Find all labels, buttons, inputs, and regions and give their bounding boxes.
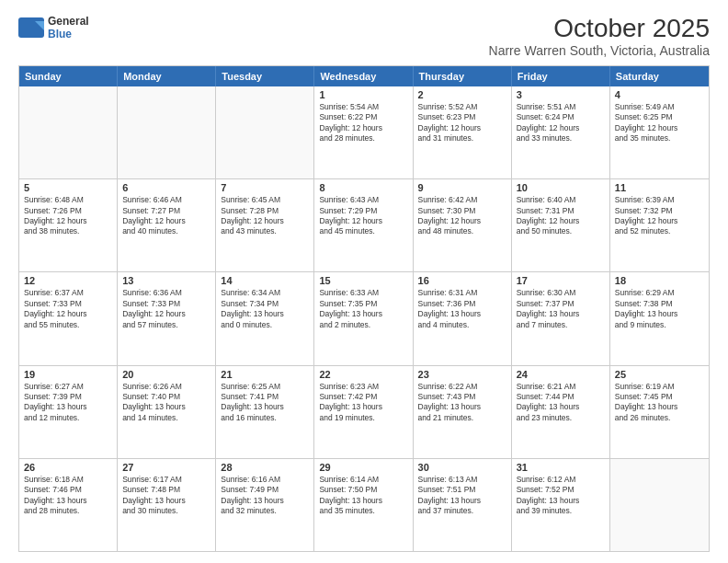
day-number: 18 — [615, 275, 704, 286]
day-number: 31 — [517, 462, 605, 473]
calendar-cell: 5Sunrise: 6:48 AM Sunset: 7:26 PM Daylig… — [19, 179, 118, 271]
calendar-week-3: 12Sunrise: 6:37 AM Sunset: 7:33 PM Dayli… — [19, 272, 709, 365]
calendar-cell: 18Sunrise: 6:29 AM Sunset: 7:38 PM Dayli… — [610, 272, 709, 364]
header-day-friday: Friday — [512, 66, 610, 86]
day-info: Sunrise: 6:36 AM Sunset: 7:33 PM Dayligh… — [122, 288, 210, 330]
day-info: Sunrise: 6:29 AM Sunset: 7:38 PM Dayligh… — [615, 288, 704, 330]
day-info: Sunrise: 6:25 AM Sunset: 7:41 PM Dayligh… — [221, 382, 309, 424]
day-number: 10 — [517, 182, 605, 193]
calendar-cell: 26Sunrise: 6:18 AM Sunset: 7:46 PM Dayli… — [19, 459, 118, 551]
calendar-week-5: 26Sunrise: 6:18 AM Sunset: 7:46 PM Dayli… — [19, 459, 709, 551]
calendar-cell: 30Sunrise: 6:13 AM Sunset: 7:51 PM Dayli… — [414, 459, 512, 551]
day-number: 19 — [24, 369, 112, 380]
calendar-cell — [19, 86, 118, 178]
day-number: 25 — [615, 369, 704, 380]
day-number: 28 — [221, 462, 309, 473]
title-block: October 2025 Narre Warren South, Victori… — [489, 15, 710, 58]
day-info: Sunrise: 6:42 AM Sunset: 7:30 PM Dayligh… — [418, 195, 506, 237]
calendar-body: 1Sunrise: 5:54 AM Sunset: 6:22 PM Daylig… — [19, 86, 709, 551]
day-info: Sunrise: 6:46 AM Sunset: 7:27 PM Dayligh… — [122, 195, 210, 237]
calendar-cell: 4Sunrise: 5:49 AM Sunset: 6:25 PM Daylig… — [610, 86, 709, 178]
logo-icon — [18, 17, 44, 38]
page: General Blue October 2025 Narre Warren S… — [0, 0, 728, 563]
day-info: Sunrise: 5:49 AM Sunset: 6:25 PM Dayligh… — [615, 102, 704, 144]
header-day-thursday: Thursday — [414, 66, 512, 86]
day-number: 7 — [221, 182, 309, 193]
day-info: Sunrise: 6:17 AM Sunset: 7:48 PM Dayligh… — [122, 475, 210, 517]
day-info: Sunrise: 6:45 AM Sunset: 7:28 PM Dayligh… — [221, 195, 309, 237]
day-number: 5 — [24, 182, 112, 193]
day-info: Sunrise: 5:54 AM Sunset: 6:22 PM Dayligh… — [319, 102, 407, 144]
header: General Blue October 2025 Narre Warren S… — [18, 15, 710, 58]
day-info: Sunrise: 6:40 AM Sunset: 7:31 PM Dayligh… — [517, 195, 605, 237]
day-info: Sunrise: 6:34 AM Sunset: 7:34 PM Dayligh… — [221, 288, 309, 330]
day-number: 13 — [122, 275, 210, 286]
day-number: 11 — [615, 182, 704, 193]
day-number: 15 — [319, 275, 407, 286]
day-info: Sunrise: 6:31 AM Sunset: 7:36 PM Dayligh… — [418, 288, 506, 330]
calendar-cell: 19Sunrise: 6:27 AM Sunset: 7:39 PM Dayli… — [19, 366, 118, 458]
calendar: SundayMondayTuesdayWednesdayThursdayFrid… — [18, 65, 710, 552]
day-info: Sunrise: 6:12 AM Sunset: 7:52 PM Dayligh… — [517, 475, 605, 517]
day-info: Sunrise: 6:37 AM Sunset: 7:33 PM Dayligh… — [24, 288, 112, 330]
logo-text: General Blue — [48, 15, 89, 40]
day-info: Sunrise: 6:13 AM Sunset: 7:51 PM Dayligh… — [418, 475, 506, 517]
calendar-cell: 20Sunrise: 6:26 AM Sunset: 7:40 PM Dayli… — [118, 366, 216, 458]
header-day-monday: Monday — [118, 66, 216, 86]
page-title: October 2025 — [489, 15, 710, 43]
day-info: Sunrise: 6:39 AM Sunset: 7:32 PM Dayligh… — [615, 195, 704, 237]
calendar-cell: 23Sunrise: 6:22 AM Sunset: 7:43 PM Dayli… — [414, 366, 512, 458]
calendar-cell: 7Sunrise: 6:45 AM Sunset: 7:28 PM Daylig… — [216, 179, 314, 271]
calendar-cell: 9Sunrise: 6:42 AM Sunset: 7:30 PM Daylig… — [414, 179, 512, 271]
day-info: Sunrise: 6:16 AM Sunset: 7:49 PM Dayligh… — [221, 475, 309, 517]
day-info: Sunrise: 5:51 AM Sunset: 6:24 PM Dayligh… — [517, 102, 605, 144]
svg-rect-0 — [18, 17, 44, 38]
day-number: 1 — [319, 89, 407, 100]
calendar-cell: 24Sunrise: 6:21 AM Sunset: 7:44 PM Dayli… — [512, 366, 610, 458]
calendar-cell: 21Sunrise: 6:25 AM Sunset: 7:41 PM Dayli… — [216, 366, 314, 458]
day-info: Sunrise: 6:18 AM Sunset: 7:46 PM Dayligh… — [24, 475, 112, 517]
calendar-week-1: 1Sunrise: 5:54 AM Sunset: 6:22 PM Daylig… — [19, 86, 709, 179]
calendar-cell: 17Sunrise: 6:30 AM Sunset: 7:37 PM Dayli… — [512, 272, 610, 364]
calendar-cell: 10Sunrise: 6:40 AM Sunset: 7:31 PM Dayli… — [512, 179, 610, 271]
day-number: 2 — [418, 89, 506, 100]
calendar-cell: 1Sunrise: 5:54 AM Sunset: 6:22 PM Daylig… — [314, 86, 413, 178]
day-number: 12 — [24, 275, 112, 286]
calendar-cell: 31Sunrise: 6:12 AM Sunset: 7:52 PM Dayli… — [512, 459, 610, 551]
day-number: 4 — [615, 89, 704, 100]
day-info: Sunrise: 5:52 AM Sunset: 6:23 PM Dayligh… — [418, 102, 506, 144]
calendar-cell: 3Sunrise: 5:51 AM Sunset: 6:24 PM Daylig… — [512, 86, 610, 178]
calendar-cell: 13Sunrise: 6:36 AM Sunset: 7:33 PM Dayli… — [118, 272, 216, 364]
day-info: Sunrise: 6:19 AM Sunset: 7:45 PM Dayligh… — [615, 382, 704, 424]
day-number: 27 — [122, 462, 210, 473]
calendar-cell: 16Sunrise: 6:31 AM Sunset: 7:36 PM Dayli… — [414, 272, 512, 364]
calendar-week-4: 19Sunrise: 6:27 AM Sunset: 7:39 PM Dayli… — [19, 366, 709, 459]
calendar-week-2: 5Sunrise: 6:48 AM Sunset: 7:26 PM Daylig… — [19, 179, 709, 272]
day-info: Sunrise: 6:43 AM Sunset: 7:29 PM Dayligh… — [319, 195, 407, 237]
calendar-cell: 25Sunrise: 6:19 AM Sunset: 7:45 PM Dayli… — [610, 366, 709, 458]
day-number: 21 — [221, 369, 309, 380]
calendar-cell: 22Sunrise: 6:23 AM Sunset: 7:42 PM Dayli… — [314, 366, 413, 458]
day-number: 24 — [517, 369, 605, 380]
day-number: 17 — [517, 275, 605, 286]
day-number: 29 — [319, 462, 407, 473]
header-day-wednesday: Wednesday — [314, 66, 413, 86]
calendar-cell: 2Sunrise: 5:52 AM Sunset: 6:23 PM Daylig… — [414, 86, 512, 178]
day-number: 20 — [122, 369, 210, 380]
logo: General Blue — [18, 15, 89, 40]
calendar-cell: 27Sunrise: 6:17 AM Sunset: 7:48 PM Dayli… — [118, 459, 216, 551]
calendar-cell: 28Sunrise: 6:16 AM Sunset: 7:49 PM Dayli… — [216, 459, 314, 551]
day-number: 23 — [418, 369, 506, 380]
calendar-cell — [118, 86, 216, 178]
calendar-cell: 8Sunrise: 6:43 AM Sunset: 7:29 PM Daylig… — [314, 179, 413, 271]
day-number: 16 — [418, 275, 506, 286]
day-info: Sunrise: 6:22 AM Sunset: 7:43 PM Dayligh… — [418, 382, 506, 424]
calendar-header: SundayMondayTuesdayWednesdayThursdayFrid… — [19, 66, 709, 86]
header-day-sunday: Sunday — [19, 66, 118, 86]
calendar-cell: 12Sunrise: 6:37 AM Sunset: 7:33 PM Dayli… — [19, 272, 118, 364]
day-info: Sunrise: 6:26 AM Sunset: 7:40 PM Dayligh… — [122, 382, 210, 424]
day-info: Sunrise: 6:27 AM Sunset: 7:39 PM Dayligh… — [24, 382, 112, 424]
page-subtitle: Narre Warren South, Victoria, Australia — [489, 43, 710, 58]
day-number: 26 — [24, 462, 112, 473]
calendar-cell: 14Sunrise: 6:34 AM Sunset: 7:34 PM Dayli… — [216, 272, 314, 364]
